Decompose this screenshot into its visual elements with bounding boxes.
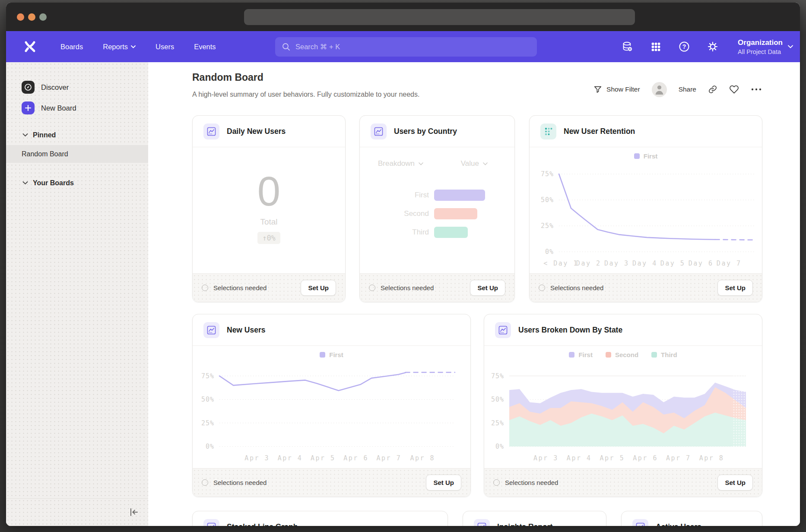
set-up-button[interactable]: Set Up [717, 475, 753, 491]
sidebar-section-label: Pinned [33, 131, 56, 139]
breakdown-rows: First Second Third [360, 190, 514, 245]
svg-text:Apr 8: Apr 8 [410, 454, 435, 462]
svg-text:Apr 3: Apr 3 [244, 454, 270, 462]
status-radio-icon [539, 285, 545, 291]
sidebar-item-label: New Board [41, 104, 76, 112]
mixpanel-logo-icon[interactable] [22, 39, 37, 54]
svg-text:25%: 25% [201, 419, 214, 427]
card-body: Breakdown Value First [360, 147, 514, 273]
sidebar-item-new-board[interactable]: New Board [6, 98, 148, 118]
set-up-button[interactable]: Set Up [717, 280, 753, 296]
card-footer: Selections needed Set Up [193, 273, 345, 302]
insights-chart-icon [203, 124, 219, 139]
status-text: Selections needed [381, 284, 434, 291]
dropdown-label: Value [461, 159, 479, 168]
card-users-by-state: Users Broken Down By State FirstSecondTh… [484, 314, 762, 497]
chevron-down-icon [483, 162, 488, 165]
window-zoom-button[interactable] [39, 13, 47, 21]
org-project-label: All Project Data [738, 48, 783, 55]
card-header: New User Retention [530, 116, 762, 147]
chart-legend: FirstSecondThird [484, 351, 762, 358]
data-management-icon[interactable] [621, 41, 633, 53]
sidebar-section-pinned[interactable]: Pinned [6, 128, 148, 142]
avatar[interactable] [652, 82, 667, 97]
set-up-button[interactable]: Set Up [426, 475, 461, 491]
collapse-sidebar-icon[interactable] [128, 507, 140, 518]
sidebar-section-your-boards[interactable]: Your Boards [6, 176, 148, 190]
top-navbar: Boards Reports Users Events Search ⌘ + K [6, 31, 800, 62]
set-up-button[interactable]: Set Up [301, 280, 336, 296]
legend-item[interactable]: First [634, 152, 658, 160]
filter-funnel-icon [593, 85, 602, 94]
svg-text:Apr 6: Apr 6 [633, 454, 658, 462]
svg-text:25%: 25% [491, 419, 504, 427]
card-title: Stacked Line Graph [227, 522, 298, 526]
org-switcher[interactable]: Organization All Project Data [738, 38, 793, 55]
card-stacked-line-graph: Stacked Line Graph [192, 511, 448, 526]
card-new-users: New Users First 75%50%25%0%Apr 3Apr 4Apr… [192, 314, 471, 497]
card-title: Users by Country [394, 127, 457, 136]
svg-text:Apr 7: Apr 7 [377, 454, 402, 462]
card-active-users: Active Users [621, 511, 762, 526]
svg-text:Day 3: Day 3 [604, 260, 629, 267]
settings-gear-icon[interactable] [707, 41, 719, 53]
svg-text:Day 7: Day 7 [717, 260, 742, 267]
svg-text:Apr 6: Apr 6 [343, 454, 368, 462]
window-minimize-button[interactable] [28, 13, 35, 21]
card-footer: Selections needed Set Up [360, 273, 514, 302]
card-title: New Users [227, 326, 266, 335]
board-actions: Show Filter Share [593, 81, 762, 98]
apps-grid-icon[interactable] [650, 41, 662, 53]
legend-swatch-icon [634, 153, 640, 159]
svg-text:Apr 5: Apr 5 [600, 454, 625, 462]
discover-compass-icon [22, 81, 35, 94]
board-main: Random Board A high-level summary of use… [148, 62, 800, 526]
svg-text:Apr 8: Apr 8 [699, 454, 724, 462]
show-filter-button[interactable]: Show Filter [593, 85, 640, 94]
card-footer: Selections needed Set Up [193, 468, 470, 497]
favorite-heart-icon[interactable] [729, 85, 739, 94]
svg-text:Apr 7: Apr 7 [666, 454, 691, 462]
window-close-button[interactable] [17, 13, 24, 21]
card-users-by-country: Users by Country Breakdown Value [359, 115, 515, 302]
breakdown-row: First [360, 190, 514, 201]
nav-link-boards[interactable]: Boards [60, 43, 83, 51]
copy-link-icon[interactable] [708, 85, 717, 94]
share-button[interactable]: Share [679, 86, 696, 93]
svg-text:0%: 0% [206, 443, 214, 450]
insights-chart-icon [632, 519, 648, 526]
legend-item[interactable]: Third [651, 351, 677, 358]
search-input[interactable]: Search ⌘ + K [275, 37, 537, 57]
sidebar-item-random-board[interactable]: Random Board [6, 145, 148, 163]
more-options-icon[interactable] [751, 87, 762, 92]
users-by-state-chart: 75%50%25%0%Apr 3Apr 4Apr 5Apr 6Apr 7Apr … [484, 362, 762, 466]
share-label: Share [679, 86, 696, 93]
nav-link-events[interactable]: Events [194, 43, 216, 51]
chevron-down-icon [788, 45, 793, 48]
card-title: Active Users [656, 522, 701, 526]
metric-label: Total [260, 217, 277, 227]
retention-grid-icon [540, 124, 556, 139]
help-icon[interactable]: ? [678, 41, 690, 53]
sidebar-item-discover[interactable]: Discover [6, 77, 148, 98]
legend-item[interactable]: First [569, 351, 593, 358]
row-label: Third [360, 228, 429, 237]
chart-legend: First [530, 152, 762, 160]
sidebar: Discover New Board Pinned Random Board [6, 62, 148, 526]
card-body: First 75%50%25%0%< Day 1Day 2Day 3Day 4D… [530, 147, 762, 273]
status-text: Selections needed [213, 284, 267, 291]
nav-link-reports[interactable]: Reports [103, 43, 136, 51]
new-users-chart: 75%50%25%0%Apr 3Apr 4Apr 5Apr 6Apr 7Apr … [193, 362, 470, 466]
legend-item[interactable]: First [320, 351, 343, 358]
svg-text:Apr 4: Apr 4 [278, 454, 303, 462]
breakdown-row: Second [360, 208, 514, 219]
status-text: Selections needed [505, 479, 558, 486]
legend-item[interactable]: Second [606, 351, 638, 358]
svg-text:< Day 1: < Day 1 [543, 260, 578, 267]
metric-change-badge: ↑0% [257, 232, 280, 244]
set-up-button[interactable]: Set Up [470, 280, 505, 296]
nav-link-users[interactable]: Users [155, 43, 174, 51]
address-bar[interactable] [244, 9, 635, 25]
breakdown-dropdown[interactable]: Breakdown [378, 159, 423, 168]
value-dropdown[interactable]: Value [461, 159, 488, 168]
